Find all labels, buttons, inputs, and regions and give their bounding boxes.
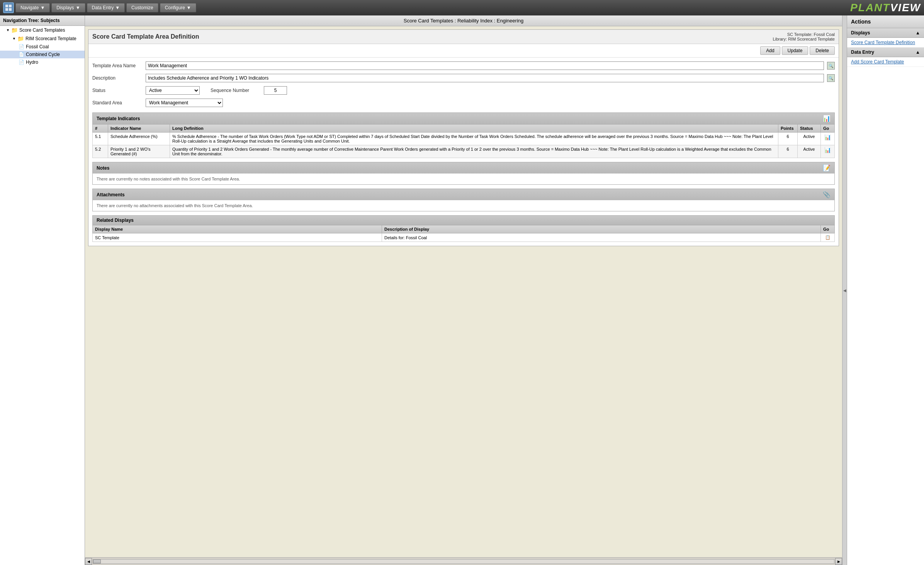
sidebar-item-score-card-templates[interactable]: ▼ 📁 Score Card Templates <box>0 26 85 34</box>
collapse-icon: ▲ <box>916 49 920 55</box>
update-button[interactable]: Update <box>782 46 808 55</box>
notes-icon[interactable]: 📝 <box>823 164 831 172</box>
svg-rect-0 <box>5 5 8 7</box>
form-panel: Score Card Template Area Definition SC T… <box>88 29 839 246</box>
row1-status: Active <box>798 133 821 145</box>
related-display-go[interactable]: 📋 <box>821 233 835 242</box>
form-fields: Template Area Name 🔍 Description 🔍 Statu… <box>88 58 839 112</box>
row2-status: Active <box>798 145 821 158</box>
bottom-scrollbar: ◀ ▶ <box>85 557 842 565</box>
expand-icon: ▼ <box>12 37 16 41</box>
col-header-definition: Long Definition <box>170 124 778 133</box>
template-indicators-header: Template Indicators 📊 <box>92 112 835 124</box>
content-body: Score Card Template Area Definition SC T… <box>85 26 842 557</box>
sequence-number-input[interactable] <box>264 86 287 95</box>
form-title: Score Card Template Area Definition <box>92 33 199 40</box>
description-icon[interactable]: 🔍 <box>827 74 835 82</box>
delete-button[interactable]: Delete <box>810 46 835 55</box>
navigate-menu[interactable]: Navigate ▼ <box>15 3 50 12</box>
customize-menu[interactable]: Customize <box>126 3 158 12</box>
chart-icon[interactable]: 📊 <box>824 147 831 153</box>
table-row: 5.1 Schedule Adherence (%) % Schedule Ad… <box>93 133 835 145</box>
notes-header: Notes 📝 <box>92 162 835 174</box>
description-row: Description 🔍 <box>92 74 835 82</box>
expand-icon: ▼ <box>6 28 10 32</box>
row2-definition: Quantity of Priority 1 and 2 Work Orders… <box>170 145 778 158</box>
svg-rect-3 <box>9 8 12 11</box>
topbar: Navigate ▼ Displays ▼ Data Entry ▼ Custo… <box>0 0 924 15</box>
row1-number: 5.1 <box>93 133 108 145</box>
doc-icon: 📄 <box>19 52 24 57</box>
standard-area-row: Standard Area Work Management Other <box>92 99 835 107</box>
standard-area-label: Standard Area <box>92 100 143 106</box>
related-display-name: SC Template <box>93 233 382 242</box>
col-header-points: Points <box>778 124 798 133</box>
template-indicators-table: # Indicator Name Long Definition Points … <box>92 124 835 158</box>
related-displays-header: Related Displays <box>92 215 835 225</box>
form-panel-header: Score Card Template Area Definition SC T… <box>88 30 839 44</box>
form-actions-row: Add Update Delete <box>88 44 839 58</box>
collapse-handle[interactable]: ◀ <box>842 15 847 565</box>
row1-go[interactable]: 📊 <box>821 133 835 145</box>
add-button[interactable]: Add <box>760 46 780 55</box>
content-area: Score Card Templates : Reliability Index… <box>85 15 842 565</box>
sidebar-item-fossil-coal[interactable]: 📄 Fossil Coal <box>0 43 85 51</box>
row2-number: 5.2 <box>93 145 108 158</box>
svg-rect-1 <box>9 5 12 7</box>
table-row: SC Template Details for: Fossil Coal 📋 <box>93 233 835 242</box>
row2-indicator: Priority 1 and 2 WO's Generated (#) <box>108 145 170 158</box>
row1-indicator: Schedule Adherence (%) <box>108 133 170 145</box>
actions-panel: Actions Displays ▲ Score Card Template D… <box>847 15 924 565</box>
template-indicators-icon[interactable]: 📊 <box>823 115 831 122</box>
col-header-display-name: Display Name <box>93 225 382 233</box>
col-header-num: # <box>93 124 108 133</box>
chart-icon[interactable]: 📊 <box>824 134 831 140</box>
description-label: Description <box>92 75 143 81</box>
form-subtitle: SC Template: Fossil Coal Library: RIM Sc… <box>773 32 835 41</box>
col-header-display-go: Go <box>821 225 835 233</box>
doc-icon: 📄 <box>19 44 24 49</box>
action-add-score-card-template[interactable]: Add Score Card Template <box>847 57 924 67</box>
scroll-left-btn[interactable]: ◀ <box>85 558 92 565</box>
row2-go[interactable]: 📊 <box>821 145 835 158</box>
configure-menu[interactable]: Configure ▼ <box>160 3 196 12</box>
scroll-right-btn[interactable]: ▶ <box>835 558 842 565</box>
scrollbar-thumb[interactable] <box>93 560 101 563</box>
attachments-content: There are currently no attachments assoc… <box>92 200 835 211</box>
notes-content: There are currently no notes associated … <box>92 174 835 185</box>
displays-menu[interactable]: Displays ▼ <box>51 3 85 12</box>
attachments-icon[interactable]: 📎 <box>823 191 831 198</box>
related-display-desc: Details for: Fossil Coal <box>382 233 821 242</box>
go-icon[interactable]: 📋 <box>825 235 831 240</box>
col-header-indicator: Indicator Name <box>108 124 170 133</box>
template-area-name-label: Template Area Name <box>92 63 143 68</box>
app-icon[interactable] <box>3 2 14 13</box>
related-displays-table: Display Name Description of Display Go S… <box>92 225 835 242</box>
row1-definition: % Schedule Adherence - The number of Tas… <box>170 133 778 145</box>
status-select[interactable]: Active Inactive <box>146 86 200 95</box>
template-area-name-input[interactable] <box>146 61 824 70</box>
actions-header: Actions <box>847 15 924 28</box>
sidebar-item-combined-cycle[interactable]: 📄 Combined Cycle <box>0 51 85 58</box>
scrollbar-track[interactable] <box>93 559 834 564</box>
svg-rect-2 <box>5 8 8 11</box>
col-header-display-desc: Description of Display <box>382 225 821 233</box>
standard-area-select[interactable]: Work Management Other <box>146 99 223 107</box>
folder-icon: 📁 <box>17 36 24 42</box>
sidebar-item-hydro[interactable]: 📄 Hydro <box>0 58 85 66</box>
action-score-card-template-definition[interactable]: Score Card Template Definition <box>847 38 924 48</box>
col-header-status: Status <box>798 124 821 133</box>
actions-displays-header[interactable]: Displays ▲ <box>847 28 924 38</box>
sidebar-item-rim-scorecard-template[interactable]: ▼ 📁 RIM Scorecard Template <box>0 34 85 43</box>
table-row: 5.2 Priority 1 and 2 WO's Generated (#) … <box>93 145 835 158</box>
actions-data-entry-header[interactable]: Data Entry ▲ <box>847 48 924 57</box>
row1-points: 6 <box>778 133 798 145</box>
template-area-name-icon[interactable]: 🔍 <box>827 62 835 70</box>
folder-icon: 📁 <box>11 27 18 33</box>
description-input[interactable] <box>146 74 824 82</box>
navigation-sidebar: Navigation Tree: Subjects ▼ 📁 Score Card… <box>0 15 85 565</box>
status-label: Status <box>92 88 143 93</box>
col-header-go: Go <box>821 124 835 133</box>
status-sequence-row: Status Active Inactive Sequence Number <box>92 86 835 95</box>
data-entry-menu[interactable]: Data Entry ▼ <box>87 3 125 12</box>
